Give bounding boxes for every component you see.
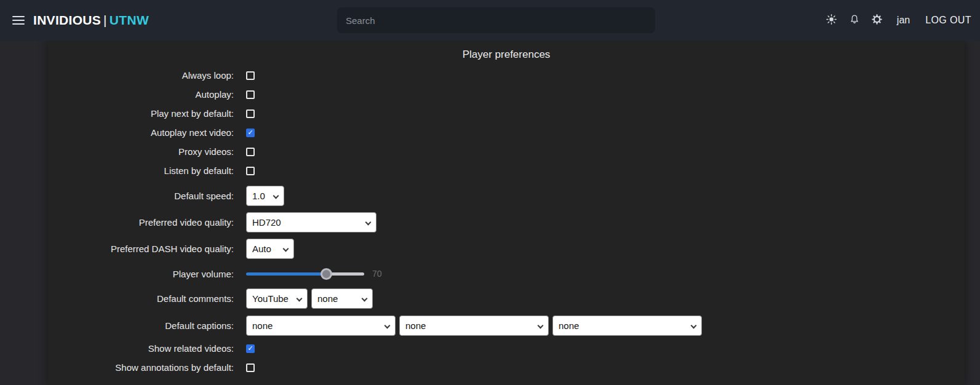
show-related-videos-checkbox[interactable]: ✓ <box>246 344 255 353</box>
autoplay-next-video-checkbox[interactable]: ✓ <box>246 129 255 137</box>
notifications-button[interactable] <box>848 14 861 27</box>
check-icon: ✓ <box>247 345 253 352</box>
pref-label: Preferred DASH video quality: <box>48 244 234 254</box>
pref-row-preferred-quality: Preferred video quality: HD720 <box>48 209 965 236</box>
hamburger-menu-button[interactable] <box>12 16 25 25</box>
listen-by-default-checkbox[interactable]: ✓ <box>246 167 255 175</box>
pref-row-proxy-videos: Proxy videos: ✓ <box>48 142 965 161</box>
preferred-video-quality-select[interactable]: HD720 <box>246 212 376 232</box>
autoplay-checkbox[interactable]: ✓ <box>246 90 255 99</box>
logo-separator: | <box>101 13 110 27</box>
pref-label: Show annotations by default: <box>48 362 234 373</box>
pref-label: Always loop: <box>48 70 234 81</box>
sun-icon <box>826 14 837 27</box>
brand-logo[interactable]: INVIDIOUS|UTNW <box>33 13 149 28</box>
pref-row-autoplay: Autoplay: ✓ <box>48 85 965 104</box>
proxy-videos-checkbox[interactable]: ✓ <box>246 148 255 156</box>
show-annotations-checkbox[interactable]: ✓ <box>246 363 255 372</box>
preferences-page: Player preferences Always loop: ✓ Autopl… <box>48 41 965 385</box>
pref-label: Proxy videos: <box>48 146 234 157</box>
pref-row-autoplay-next: Autoplay next video: ✓ <box>48 123 965 142</box>
pref-row-listen-default: Listen by default: ✓ <box>48 161 965 180</box>
play-next-checkbox[interactable]: ✓ <box>246 109 255 118</box>
pref-label: Player volume: <box>48 269 234 279</box>
pref-row-show-related: Show related videos: ✓ <box>48 339 965 358</box>
pref-row-show-annotations: Show annotations by default: ✓ <box>48 358 965 377</box>
pref-row-default-comments: Default comments: YouTube none <box>48 285 965 312</box>
pref-label: Show related videos: <box>48 343 234 354</box>
hamburger-icon <box>12 16 25 17</box>
bell-icon <box>850 14 859 27</box>
pref-label: Default captions: <box>48 320 234 331</box>
default-captions-select-1[interactable]: none <box>246 316 396 336</box>
pref-label: Listen by default: <box>48 165 234 176</box>
check-icon: ✓ <box>247 129 253 136</box>
default-comments-select-1[interactable]: YouTube <box>246 288 308 309</box>
default-speed-select[interactable]: 1.0 <box>246 186 284 206</box>
player-volume-slider[interactable] <box>246 272 364 276</box>
username-link[interactable]: jan <box>897 15 910 26</box>
search-bar <box>337 7 655 33</box>
theme-toggle-button[interactable] <box>825 14 839 27</box>
player-volume-value: 70 <box>372 269 382 279</box>
default-comments-select-2[interactable]: none <box>311 288 373 309</box>
navbar-right-actions: jan LOG OUT <box>825 14 971 27</box>
player-preferences-form: Always loop: ✓ Autoplay: ✓ Play next by … <box>48 66 965 377</box>
top-navbar: INVIDIOUS|UTNW <box>0 0 980 41</box>
default-captions-select-2[interactable]: none <box>399 316 549 336</box>
pref-row-always-loop: Always loop: ✓ <box>48 66 965 85</box>
instance-name: UTNW <box>110 13 149 27</box>
page-title: Player preferences <box>48 49 965 61</box>
preferences-button[interactable] <box>870 14 884 27</box>
brand-name: INVIDIOUS <box>33 13 101 27</box>
preferred-dash-quality-select[interactable]: Auto <box>246 239 294 259</box>
pref-label: Preferred video quality: <box>48 217 234 228</box>
always-loop-checkbox[interactable]: ✓ <box>246 71 255 80</box>
logout-link[interactable]: LOG OUT <box>925 15 971 26</box>
search-input[interactable] <box>337 7 655 33</box>
default-captions-select-3[interactable]: none <box>552 316 702 336</box>
pref-row-default-captions: Default captions: none none none <box>48 312 965 339</box>
gear-icon <box>872 14 882 27</box>
pref-row-dash-quality: Preferred DASH video quality: Auto <box>48 236 965 262</box>
pref-label: Default comments: <box>48 293 234 304</box>
pref-label: Default speed: <box>48 191 234 201</box>
pref-row-player-volume: Player volume: 70 <box>48 262 965 285</box>
pref-label: Play next by default: <box>48 108 234 119</box>
pref-label: Autoplay next video: <box>48 127 234 138</box>
pref-label: Autoplay: <box>48 89 234 100</box>
pref-row-default-speed: Default speed: 1.0 <box>48 183 965 209</box>
pref-row-play-next: Play next by default: ✓ <box>48 104 965 123</box>
